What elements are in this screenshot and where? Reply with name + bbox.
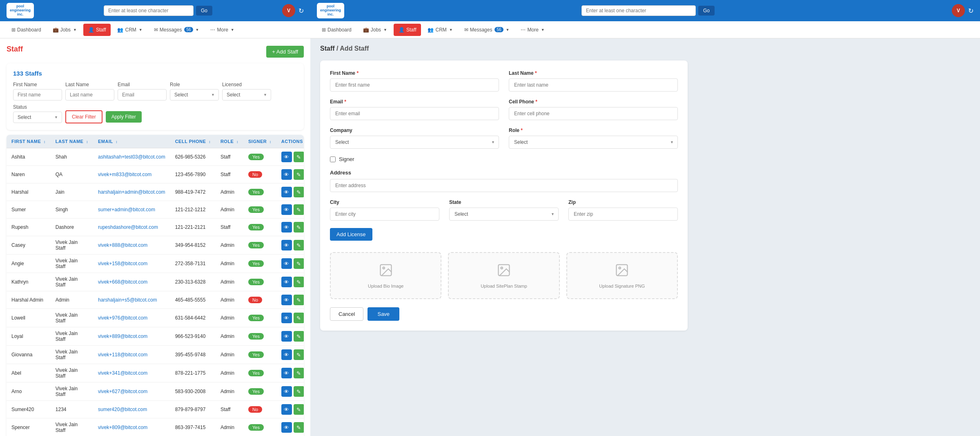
edit-button[interactable]: ✎ <box>294 222 304 233</box>
edit-button[interactable]: ✎ <box>294 386 304 397</box>
input-city[interactable] <box>330 208 439 221</box>
email-link[interactable]: ashitashah+test03@bitcot.com <box>98 154 165 160</box>
email-link[interactable]: rupeshdashore@bitcot.com <box>98 224 158 230</box>
left-search-input[interactable] <box>104 5 194 16</box>
right-search-input[interactable] <box>581 5 696 16</box>
email-link[interactable]: vivek+809@bitcot.com <box>98 425 147 430</box>
filter-licensed-select[interactable]: Select Yes No <box>222 89 271 101</box>
email-link[interactable]: vivek+627@bitcot.com <box>98 389 147 394</box>
col-firstname[interactable]: FIRST NAME ↕ <box>7 135 51 148</box>
add-staff-button[interactable]: + Add Staff <box>266 46 304 58</box>
edit-button[interactable]: ✎ <box>294 313 304 323</box>
apply-filter-button[interactable]: Apply Filter <box>106 111 142 123</box>
edit-button[interactable]: ✎ <box>294 204 304 215</box>
breadcrumb-parent[interactable]: Staff <box>320 45 335 52</box>
edit-button[interactable]: ✎ <box>294 422 304 433</box>
edit-button[interactable]: ✎ <box>294 331 304 342</box>
add-license-button[interactable]: Add License <box>330 228 372 241</box>
email-link[interactable]: vivek+118@bitcot.com <box>98 352 147 358</box>
upload-bio-box[interactable]: Upload Bio Image <box>330 252 441 299</box>
email-link[interactable]: harshaljain+admin@bitcot.com <box>98 189 165 195</box>
right-nav-dashboard[interactable]: ⊞ Dashboard <box>317 24 356 36</box>
input-cellphone[interactable] <box>509 107 678 120</box>
col-role[interactable]: ROLE ↕ <box>216 135 243 148</box>
view-button[interactable]: 👁 <box>281 313 292 323</box>
nav-crm[interactable]: 👥 CRM ▼ <box>112 24 147 36</box>
edit-button[interactable]: ✎ <box>294 349 304 360</box>
edit-button[interactable]: ✎ <box>294 152 304 162</box>
right-nav-messages[interactable]: ✉ Messages 56 ▼ <box>459 24 514 36</box>
col-signer[interactable]: SIGNER ↕ <box>243 135 276 148</box>
col-lastname[interactable]: LAST NAME ↕ <box>51 135 93 148</box>
view-button[interactable]: 👁 <box>281 222 292 233</box>
upload-siteplan-box[interactable]: Upload SitePlan Stamp <box>448 252 559 299</box>
view-button[interactable]: 👁 <box>281 386 292 397</box>
signer-checkbox[interactable] <box>330 157 336 162</box>
save-button[interactable]: Save <box>368 307 399 321</box>
view-button[interactable]: 👁 <box>281 240 292 250</box>
view-button[interactable]: 👁 <box>281 422 292 433</box>
edit-button[interactable]: ✎ <box>294 404 304 415</box>
view-button[interactable]: 👁 <box>281 295 292 305</box>
email-link[interactable]: sumer420@bitcot.com <box>98 407 147 412</box>
edit-button[interactable]: ✎ <box>294 258 304 269</box>
email-link[interactable]: vivek+m833@bitcot.com <box>98 172 151 177</box>
left-go-button[interactable]: Go <box>196 6 212 16</box>
input-zip[interactable] <box>568 208 678 221</box>
cancel-button[interactable]: Cancel <box>330 307 363 321</box>
select-company[interactable]: Select <box>330 136 499 149</box>
view-button[interactable]: 👁 <box>281 169 292 180</box>
select-state[interactable]: Select CA NY TX <box>449 208 559 221</box>
clear-filter-button[interactable]: Clear Filter <box>65 110 102 123</box>
filter-status-select[interactable]: Select Active Inactive <box>13 112 62 123</box>
input-lastname[interactable] <box>509 78 678 92</box>
right-nav-jobs[interactable]: 💼 Jobs ▼ <box>358 24 392 36</box>
email-link[interactable]: vivek+158@bitcot.com <box>98 261 147 266</box>
nav-more[interactable]: ⋯ More ▼ <box>205 24 239 36</box>
col-email[interactable]: EMAIL ↕ <box>93 135 170 148</box>
view-button[interactable]: 👁 <box>281 368 292 378</box>
right-go-button[interactable]: Go <box>698 6 715 16</box>
filter-role-select[interactable]: Select Staff Admin <box>170 89 219 101</box>
edit-button[interactable]: ✎ <box>294 240 304 250</box>
view-button[interactable]: 👁 <box>281 152 292 162</box>
right-refresh-icon[interactable]: ↻ <box>968 7 973 15</box>
email-link[interactable]: harshaljain+s5@bitcot.com <box>98 297 157 303</box>
nav-staff[interactable]: 👤 Staff <box>83 24 111 36</box>
email-link[interactable]: sumer+admin@bitcot.com <box>98 207 155 212</box>
email-link[interactable]: vivek+668@bitcot.com <box>98 279 147 285</box>
nav-jobs[interactable]: 💼 Jobs ▼ <box>48 24 82 36</box>
email-link[interactable]: vivek+889@bitcot.com <box>98 333 147 339</box>
email-link[interactable]: vivek+341@bitcot.com <box>98 370 147 376</box>
view-button[interactable]: 👁 <box>281 258 292 269</box>
right-nav-more[interactable]: ⋯ More ▼ <box>516 24 549 36</box>
upload-signature-box[interactable]: Upload Signature PNG <box>566 252 678 299</box>
left-refresh-icon[interactable]: ↻ <box>298 7 304 15</box>
view-button[interactable]: 👁 <box>281 331 292 342</box>
nav-messages[interactable]: ✉ Messages 56 ▼ <box>149 24 204 36</box>
right-nav-crm[interactable]: 👥 CRM ▼ <box>423 24 457 36</box>
edit-button[interactable]: ✎ <box>294 187 304 197</box>
input-email[interactable] <box>330 107 499 120</box>
col-phone[interactable]: CELL PHONE ↕ <box>170 135 216 148</box>
filter-firstname-input[interactable] <box>13 89 62 101</box>
view-button[interactable]: 👁 <box>281 349 292 360</box>
input-address[interactable] <box>330 179 678 192</box>
view-button[interactable]: 👁 <box>281 404 292 415</box>
edit-button[interactable]: ✎ <box>294 368 304 378</box>
edit-button[interactable]: ✎ <box>294 295 304 305</box>
email-link[interactable]: vivek+976@bitcot.com <box>98 315 147 321</box>
filter-lastname-input[interactable] <box>65 89 114 101</box>
input-firstname[interactable] <box>330 78 499 92</box>
nav-dashboard[interactable]: ⊞ Dashboard <box>7 24 46 36</box>
edit-button[interactable]: ✎ <box>294 169 304 180</box>
view-button[interactable]: 👁 <box>281 204 292 215</box>
view-button[interactable]: 👁 <box>281 277 292 287</box>
right-content: Staff / Add Staff First Name * Last Name… <box>310 38 980 436</box>
email-link[interactable]: vivek+888@bitcot.com <box>98 242 147 248</box>
edit-button[interactable]: ✎ <box>294 277 304 287</box>
right-nav-staff[interactable]: 👤 Staff <box>394 24 421 36</box>
view-button[interactable]: 👁 <box>281 187 292 197</box>
filter-email-input[interactable] <box>118 89 167 101</box>
select-role[interactable]: Select Staff Admin <box>509 136 678 149</box>
